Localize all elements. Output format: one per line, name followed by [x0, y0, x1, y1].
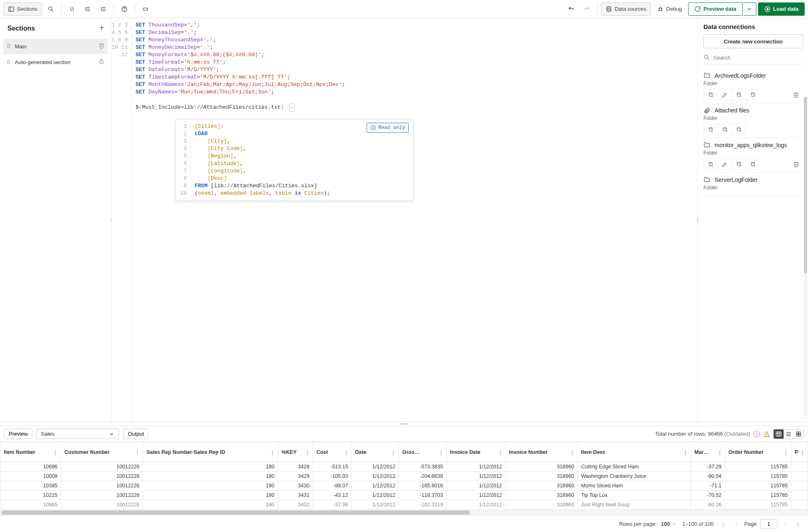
sections-toggle-button[interactable]: Sections	[3, 2, 42, 16]
table-cell: -165.8016	[399, 481, 446, 491]
preview-data-button[interactable]: Preview data	[688, 2, 743, 16]
pager-page-input[interactable]	[760, 519, 777, 529]
table-cell: 3431	[278, 491, 313, 500]
connection-view-button[interactable]	[746, 89, 760, 100]
pager-first-button[interactable]: |‹	[720, 520, 729, 529]
column-menu-button[interactable]: ⋮	[343, 448, 350, 456]
redo-button[interactable]	[580, 2, 594, 16]
debug-button[interactable]: Debug	[653, 2, 686, 16]
indent-button[interactable]	[81, 2, 95, 16]
load-data-button[interactable]: Load data	[758, 2, 805, 16]
select-data-icon	[708, 92, 714, 98]
connection-search-input[interactable]	[713, 55, 803, 61]
column-menu-button[interactable]: ⋮	[438, 448, 445, 456]
insert-button[interactable]	[138, 2, 153, 16]
connection-delete-button[interactable]	[789, 158, 803, 170]
delete-section-button[interactable]	[98, 43, 105, 50]
table-row[interactable]: 10215100122261803431-43.121/12/2012-118.…	[0, 491, 808, 500]
table-row[interactable]: 10385100122261803430-88.071/12/2012-165.…	[0, 481, 808, 491]
rows-per-page-select[interactable]: 100	[661, 521, 677, 527]
column-header[interactable]: Date⋮	[352, 442, 399, 462]
column-header[interactable]: Cost⋮	[313, 442, 352, 462]
right-panel-resize-handle[interactable]: ⦀	[696, 214, 699, 226]
column-menu-button[interactable]: ⋮	[497, 448, 504, 456]
column-menu-button[interactable]: ⋮	[269, 448, 276, 456]
table-cell: 10012226	[61, 491, 143, 500]
section-item[interactable]: ⠿ Auto-generated section	[3, 54, 108, 70]
preview-tab-button[interactable]: Preview	[4, 429, 32, 439]
connection-select-button[interactable]	[703, 89, 717, 100]
horizontal-splitter[interactable]	[0, 422, 808, 426]
table-cell: 1/12/2012	[446, 472, 505, 481]
view-table-button[interactable]	[774, 429, 784, 439]
editor-code[interactable]: SET ThousandSep=','; SET DecimalSep='.';…	[131, 18, 697, 422]
column-header[interactable]: Mar…⋮	[691, 442, 725, 462]
column-menu-button[interactable]: ⋮	[716, 448, 723, 456]
column-menu-button[interactable]: ⋮	[799, 448, 806, 456]
column-header[interactable]: Item Number⋮	[0, 442, 61, 462]
connection-edit-button[interactable]	[717, 89, 732, 100]
lock-icon	[98, 58, 105, 64]
column-menu-button[interactable]: ⋮	[569, 448, 576, 456]
column-header[interactable]: Gros…⋮	[399, 442, 446, 462]
comment-toggle-button[interactable]	[65, 2, 79, 16]
table-row[interactable]: 10965100122261803432-37.981/12/2012-102.…	[0, 500, 808, 510]
connection-delete-button[interactable]	[789, 89, 803, 100]
table-select-value: Sales	[41, 431, 55, 437]
table-row[interactable]: 10009100122261803429-105.931/12/2012-204…	[0, 472, 808, 481]
connection-view-button[interactable]	[746, 158, 760, 170]
table-horizontal-scrollbar[interactable]	[0, 510, 808, 515]
info-icon[interactable]: i	[753, 431, 760, 437]
pager-last-button[interactable]: ›|	[793, 520, 802, 529]
column-header[interactable]: Sales Rep Number-Sales Rep ID⋮	[143, 442, 278, 462]
connection-select-button[interactable]	[703, 124, 717, 135]
script-editor[interactable]: 1 2 3 4 5 6 7 8 9 10 11 12 SET ThousandS…	[112, 18, 697, 422]
connection-view-button[interactable]	[732, 124, 746, 135]
column-menu-button[interactable]: ⋮	[52, 448, 59, 456]
column-header[interactable]: %KEY⋮	[278, 442, 313, 462]
column-menu-button[interactable]: ⋮	[390, 448, 397, 456]
help-button[interactable]	[117, 2, 131, 16]
table-cell: 115785	[725, 500, 791, 510]
connection-select-button[interactable]	[703, 158, 717, 170]
drag-handle-icon[interactable]: ⠿	[7, 59, 11, 65]
section-item[interactable]: ⠿ Main	[3, 38, 108, 54]
outdent-button[interactable]	[96, 2, 110, 16]
preview-icon	[694, 6, 701, 12]
column-header[interactable]: Item Desc⋮	[577, 442, 691, 462]
table-cell: 1/12/2012	[446, 462, 505, 472]
table-cell: 115785	[725, 491, 791, 500]
data-sources-label: Data sources	[615, 6, 646, 12]
undo-button[interactable]	[564, 2, 578, 16]
column-menu-button[interactable]: ⋮	[304, 448, 311, 456]
pager-next-button[interactable]: ›	[781, 520, 790, 529]
connection-insert-button[interactable]	[732, 89, 746, 100]
column-header[interactable]: P⋮	[791, 442, 808, 462]
preview-data-dropdown[interactable]	[743, 2, 756, 16]
table-row[interactable]: 10696100122261803428-513.151/12/2012-573…	[0, 462, 808, 472]
data-sources-button[interactable]: Data sources	[601, 2, 651, 16]
view-grid-button[interactable]	[794, 429, 803, 439]
create-connection-button[interactable]: Create new connection	[703, 34, 803, 48]
column-header[interactable]: Invoice Date⋮	[446, 442, 505, 462]
search-button[interactable]	[44, 2, 58, 16]
expand-include-button[interactable]: ↔	[289, 103, 295, 112]
column-menu-button[interactable]: ⋮	[782, 448, 789, 456]
add-section-button[interactable]	[98, 24, 105, 33]
column-menu-button[interactable]: ⋮	[134, 448, 141, 456]
connection-insert-button[interactable]	[717, 124, 732, 135]
svg-rect-26	[100, 61, 103, 64]
column-header[interactable]: Order Number⋮	[725, 442, 791, 462]
table-select-dropdown[interactable]: Sales	[36, 429, 119, 439]
pager-prev-button[interactable]: ‹	[732, 520, 741, 529]
connections-scrollbar[interactable]	[804, 97, 807, 417]
column-menu-button[interactable]: ⋮	[682, 448, 689, 456]
column-header[interactable]: Invoice Number⋮	[505, 442, 577, 462]
column-header[interactable]: Customer Number⋮	[61, 442, 143, 462]
drag-handle-icon[interactable]: ⠿	[7, 43, 11, 50]
view-list-button[interactable]	[784, 429, 794, 439]
connection-edit-button[interactable]	[717, 158, 732, 170]
output-tab-button[interactable]: Output	[123, 429, 148, 439]
connection-insert-button[interactable]	[732, 158, 746, 170]
svg-line-4	[70, 7, 72, 11]
